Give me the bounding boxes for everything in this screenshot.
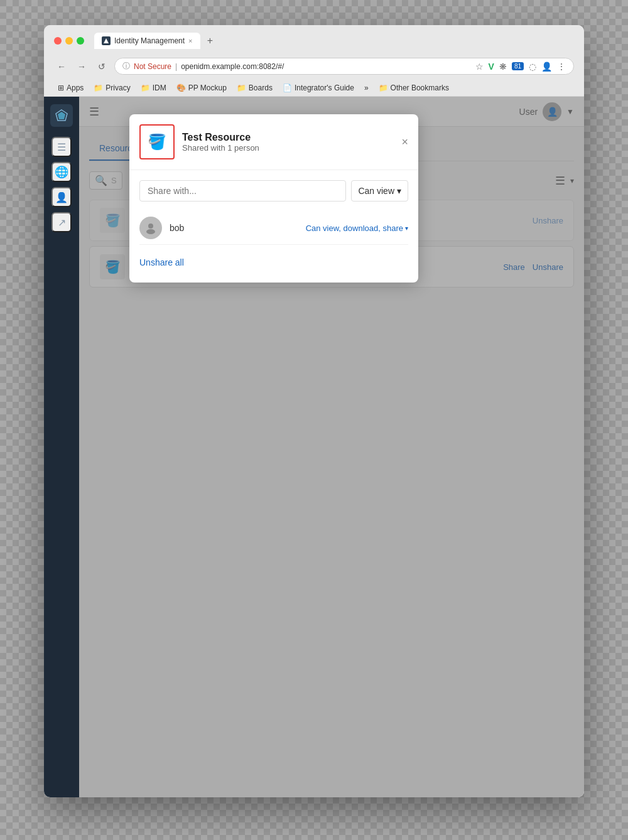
- bookmark-other[interactable]: 📁 Other Bookmarks: [375, 82, 453, 94]
- dashboard-icon: 🌐: [55, 165, 68, 179]
- close-traffic-light[interactable]: [54, 37, 62, 45]
- new-tab-button[interactable]: +: [203, 33, 218, 48]
- star-icon[interactable]: ☆: [475, 62, 484, 72]
- address-bar: ← → ↺ ⓘ Not Secure | openidm.example.com…: [44, 54, 584, 80]
- idm-folder-icon: 📁: [141, 83, 150, 92]
- sidebar-user-button[interactable]: 👤: [51, 187, 72, 207]
- security-icon: ⓘ: [122, 61, 130, 72]
- svg-point-4: [146, 229, 155, 234]
- minimize-traffic-light[interactable]: [65, 37, 73, 45]
- tab-title: Identity Management: [114, 36, 185, 45]
- tab-bar: Identity Management × +: [94, 33, 574, 49]
- svg-marker-2: [58, 112, 65, 119]
- menu-icon: ☰: [57, 141, 66, 153]
- bookmark-integrators-guide[interactable]: 📄 Integrator's Guide: [279, 82, 358, 94]
- unshare-all-button[interactable]: Unshare all: [139, 252, 184, 272]
- sidebar-share-button[interactable]: ↗: [51, 212, 72, 232]
- boards-folder-icon: 📁: [237, 83, 246, 92]
- vuetify-icon: V: [489, 62, 494, 72]
- modal-body: Can view ▾ bob Can view, download, share…: [129, 170, 418, 283]
- sync-icon: ◌: [529, 62, 536, 72]
- guide-doc-icon: 📄: [283, 83, 292, 92]
- bookmark-more[interactable]: »: [360, 82, 372, 94]
- maximize-traffic-light[interactable]: [77, 37, 84, 45]
- modal-title-area: Test Resource Shared with 1 person: [182, 132, 259, 153]
- calendar-icon[interactable]: 81: [512, 62, 524, 70]
- browser-window: Identity Management × + ← → ↺ ⓘ Not Secu…: [44, 25, 584, 797]
- svg-point-3: [148, 223, 153, 229]
- share-modal: 🪣 Test Resource Shared with 1 person × C…: [129, 114, 418, 283]
- ppmockup-icon: 🎨: [176, 83, 186, 92]
- more-menu-button[interactable]: ⋮: [557, 62, 566, 72]
- modal-title: Test Resource: [182, 132, 259, 143]
- security-label: Not Secure: [134, 62, 171, 71]
- bookmark-boards[interactable]: 📁 Boards: [233, 82, 276, 94]
- user-permission-chevron: ▾: [405, 225, 408, 232]
- url-text: openidm.example.com:8082/#/: [181, 62, 284, 71]
- share-icon: ↗: [58, 217, 66, 229]
- sidebar-menu-button[interactable]: ☰: [51, 137, 72, 157]
- app-content: ☰ 🌐 👤 ↗ ☰ User 👤 ▼: [44, 97, 584, 797]
- sidebar-logo[interactable]: [50, 104, 73, 127]
- share-with-input[interactable]: [139, 180, 346, 202]
- refresh-button[interactable]: ↺: [94, 59, 109, 74]
- permission-label: Can view: [358, 186, 394, 196]
- back-button[interactable]: ←: [54, 59, 69, 74]
- sidebar-dashboard-button[interactable]: 🌐: [51, 162, 72, 182]
- sidebar: ☰ 🌐 👤 ↗: [44, 97, 79, 797]
- permission-select[interactable]: Can view ▾: [351, 180, 408, 202]
- svg-marker-0: [104, 38, 109, 43]
- tab-close-button[interactable]: ×: [188, 37, 192, 45]
- address-icons: ☆ V ❋ 81 ◌ 👤 ⋮: [475, 62, 566, 72]
- privacy-folder-icon: 📁: [94, 83, 103, 92]
- modal-close-button[interactable]: ×: [401, 136, 408, 149]
- forward-button[interactable]: →: [74, 59, 89, 74]
- user-icon: 👤: [55, 191, 68, 203]
- user-permission-label: Can view, download, share: [306, 223, 403, 233]
- user-profile-icon[interactable]: 👤: [541, 62, 552, 72]
- bookmark-apps[interactable]: ⊞ Apps: [54, 82, 87, 94]
- shared-user-name: bob: [170, 223, 184, 233]
- other-folder-icon: 📁: [379, 83, 388, 92]
- bookmark-idm[interactable]: 📁 IDM: [137, 82, 170, 94]
- share-input-row: Can view ▾: [139, 180, 408, 202]
- modal-resource-thumb: 🪣: [139, 124, 175, 159]
- traffic-lights: [54, 37, 84, 45]
- more-bookmarks-icon: »: [364, 83, 369, 92]
- active-tab[interactable]: Identity Management ×: [94, 33, 200, 49]
- extensions-icon[interactable]: ❋: [499, 62, 507, 72]
- shared-user-avatar: [139, 217, 162, 239]
- title-bar: Identity Management × +: [44, 25, 584, 54]
- tab-favicon: [102, 36, 111, 45]
- bookmark-privacy[interactable]: 📁 Privacy: [90, 82, 134, 94]
- modal-header: 🪣 Test Resource Shared with 1 person ×: [129, 114, 418, 170]
- shared-user-row: bob Can view, download, share ▾: [139, 212, 408, 245]
- bookmarks-bar: ⊞ Apps 📁 Privacy 📁 IDM 🎨 PP Mockup 📁 Boa…: [44, 80, 584, 97]
- modal-subtitle: Shared with 1 person: [182, 143, 259, 153]
- address-input-bar[interactable]: ⓘ Not Secure | openidm.example.com:8082/…: [114, 58, 574, 75]
- apps-grid-icon: ⊞: [58, 83, 64, 92]
- permission-dropdown-icon: ▾: [397, 186, 401, 196]
- main-area: ☰ User 👤 ▼ Resources 🔍 S: [79, 97, 584, 797]
- bookmark-pp-mockup[interactable]: 🎨 PP Mockup: [173, 82, 230, 94]
- user-permission-dropdown[interactable]: Can view, download, share ▾: [306, 223, 408, 233]
- url-separator: |: [175, 62, 177, 71]
